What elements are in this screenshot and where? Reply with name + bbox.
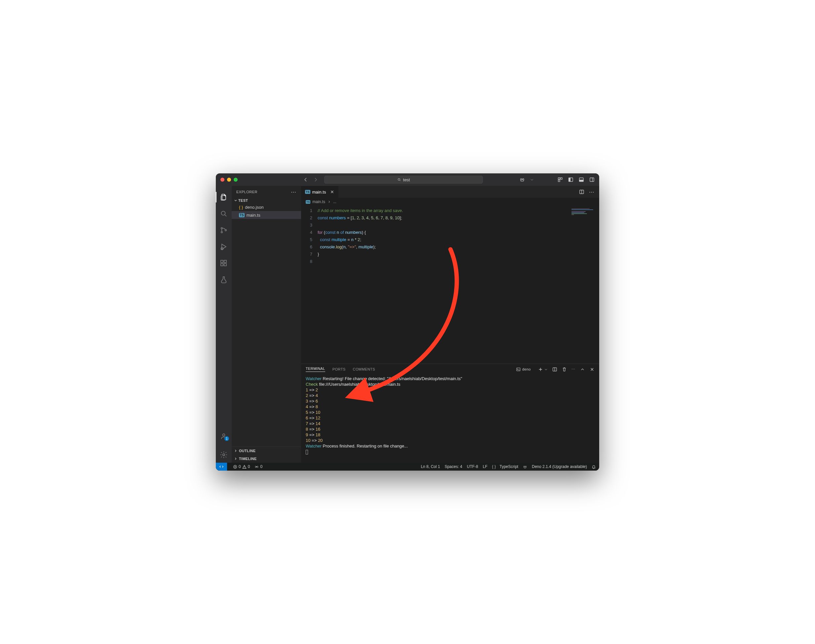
svg-rect-10 — [590, 178, 594, 182]
body: 1 EXPLORER ⋯ TEST { } deno.json TS main.… — [216, 186, 599, 463]
chevron-right-icon — [234, 449, 238, 453]
tab-main-ts[interactable]: TS main.ts — [301, 186, 339, 198]
file-deno-json[interactable]: { } deno.json — [232, 203, 301, 211]
folder-root[interactable]: TEST — [232, 198, 301, 203]
panel-right-icon[interactable] — [589, 177, 595, 182]
terminal-content[interactable]: Watcher Restarting! File change detected… — [301, 374, 599, 463]
terminal-shell-label[interactable]: deno — [516, 367, 531, 371]
chevron-down-icon[interactable] — [530, 177, 534, 182]
remote-indicator[interactable] — [216, 463, 227, 471]
search-icon — [397, 178, 401, 182]
activity-extensions[interactable] — [216, 255, 232, 271]
status-ports[interactable]: 0 — [254, 465, 262, 469]
breadcrumb-more: ... — [333, 199, 337, 204]
panel-tab-comments[interactable]: COMMENTS — [353, 367, 375, 371]
code-content: // Add or remove items in the array and … — [318, 206, 569, 363]
folder-name: TEST — [238, 198, 248, 202]
split-editor-icon[interactable] — [579, 189, 584, 195]
file-main-ts[interactable]: TS main.ts — [232, 211, 301, 219]
breadcrumb[interactable]: TS main.ts ... — [301, 198, 599, 206]
terminal-cursor — [306, 450, 308, 454]
panel-bottom-icon[interactable] — [579, 177, 584, 182]
status-notifications[interactable] — [592, 465, 596, 469]
editor-group: TS main.ts ⋯ TS main.ts ... 1 2 — [301, 186, 599, 463]
file-tree: { } deno.json TS main.ts — [232, 203, 301, 219]
line-number: 7 — [301, 251, 312, 258]
error-count: 0 — [238, 465, 241, 469]
forward-icon[interactable] — [313, 177, 318, 182]
minimize-window-button[interactable] — [227, 178, 231, 182]
radio-icon — [254, 465, 259, 469]
code-token: = — [346, 237, 351, 242]
status-cursor-position[interactable]: Ln 8, Col 1 — [421, 465, 440, 469]
chevron-up-icon[interactable] — [580, 367, 585, 372]
panel-tabs: TERMINAL PORTS COMMENTS deno ⋯ — [301, 364, 599, 374]
code-token: ) { — [362, 230, 366, 235]
svg-point-13 — [221, 232, 222, 233]
activity-settings[interactable] — [216, 447, 232, 463]
panel-left-icon[interactable] — [568, 177, 574, 182]
svg-point-14 — [225, 230, 226, 231]
svg-rect-23 — [517, 368, 520, 371]
close-icon[interactable] — [330, 190, 334, 194]
panel-tab-ports[interactable]: PORTS — [332, 367, 346, 371]
status-language[interactable]: { } TypeScript — [492, 465, 518, 469]
chevron-down-icon[interactable] — [544, 367, 547, 372]
activity-search[interactable] — [216, 206, 232, 222]
code-token: ]; — [400, 215, 402, 220]
copilot-icon[interactable] — [520, 177, 525, 182]
code-token: numbers — [344, 230, 362, 235]
layout-customize-icon[interactable] — [558, 177, 563, 182]
status-problems[interactable]: 0 0 — [233, 465, 250, 469]
maximize-window-button[interactable] — [234, 178, 238, 182]
status-eol[interactable]: LF — [483, 465, 487, 469]
svg-rect-3 — [558, 178, 560, 179]
svg-point-20 — [223, 434, 225, 436]
close-icon[interactable] — [590, 367, 595, 372]
more-icon[interactable]: ⋯ — [571, 367, 575, 371]
status-indent[interactable]: Spaces: 4 — [444, 465, 462, 469]
sidebar-title: EXPLORER — [236, 190, 257, 194]
trash-icon[interactable] — [562, 367, 567, 372]
close-window-button[interactable] — [220, 178, 225, 182]
plus-icon[interactable] — [538, 367, 543, 372]
file-label: main.ts — [246, 213, 260, 218]
more-icon[interactable]: ⋯ — [589, 189, 595, 195]
activity-testing[interactable] — [216, 272, 232, 288]
svg-rect-19 — [224, 260, 226, 262]
outline-section[interactable]: OUTLINE — [232, 447, 301, 455]
bell-icon — [592, 465, 596, 469]
svg-point-12 — [221, 227, 222, 229]
file-label: deno.json — [245, 205, 263, 210]
svg-rect-17 — [221, 264, 223, 266]
status-encoding[interactable]: UTF-8 — [467, 465, 478, 469]
activity-accounts[interactable]: 1 — [216, 428, 232, 444]
code-token: multiple — [330, 237, 346, 242]
status-deno[interactable]: Deno 2.1.4 (Upgrade available) — [532, 465, 587, 469]
code-token: ; — [360, 237, 361, 242]
gutter: 1 2 3 4 5 6 7 8 — [301, 206, 318, 363]
activity-run-debug[interactable] — [216, 239, 232, 255]
term-text: Watcher — [306, 376, 321, 381]
titlebar-right — [520, 177, 595, 182]
activity-source-control[interactable] — [216, 222, 232, 238]
activity-explorer[interactable] — [216, 189, 232, 205]
sidebar-more-icon[interactable]: ⋯ — [291, 189, 297, 195]
ts-icon: TS — [305, 190, 310, 194]
svg-point-27 — [524, 466, 525, 467]
timeline-section[interactable]: TIMELINE — [232, 455, 301, 463]
status-copilot[interactable] — [523, 465, 527, 469]
minimap[interactable] — [569, 206, 599, 363]
panel-tab-terminal[interactable]: TERMINAL — [306, 366, 325, 372]
split-terminal-icon[interactable] — [552, 367, 557, 372]
warning-icon — [242, 465, 246, 469]
lang-label: TypeScript — [500, 465, 518, 469]
editor[interactable]: 1 2 3 4 5 6 7 8 // Add or remove items i… — [301, 206, 599, 363]
panel: TERMINAL PORTS COMMENTS deno ⋯ — [301, 363, 599, 463]
svg-rect-9 — [579, 180, 583, 182]
editor-actions: ⋯ — [579, 186, 599, 198]
code-token: // Add or remove items in the array and … — [318, 208, 403, 213]
command-center[interactable]: test — [324, 176, 483, 184]
code-token: 1, 2, 3, 4, 5, 6, 7, 8, 9, 10 — [352, 215, 400, 220]
back-icon[interactable] — [303, 177, 308, 182]
